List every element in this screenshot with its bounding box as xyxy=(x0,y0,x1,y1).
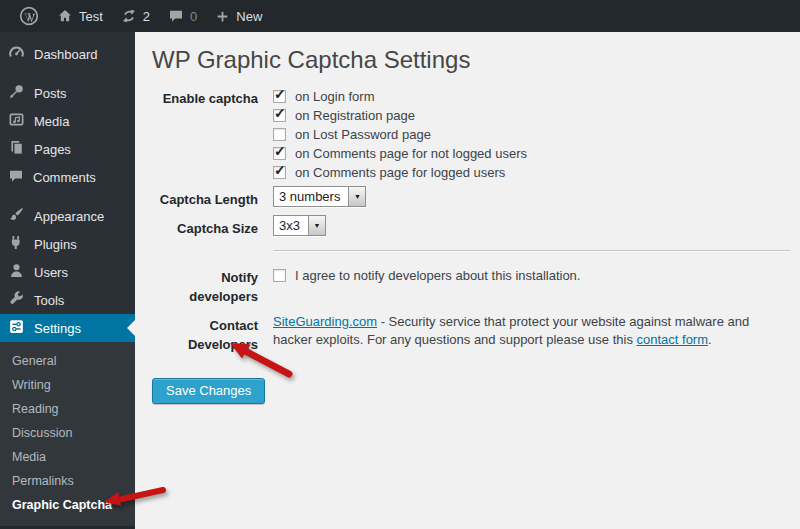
chevron-down-icon: ▼ xyxy=(348,187,365,206)
plus-icon xyxy=(215,9,230,24)
sidebar-item-dashboard[interactable]: Dashboard xyxy=(0,40,135,68)
notify-developers-row: Notify developers I agree to notify deve… xyxy=(152,266,790,306)
menu-separator xyxy=(0,191,135,202)
enable-captcha-row: Enable captcha on Login form on Registra… xyxy=(152,87,790,182)
media-icon xyxy=(8,111,25,131)
chevron-down-icon: ▼ xyxy=(308,216,325,235)
comment-bubble-icon xyxy=(8,168,24,187)
captcha-length-select[interactable]: 3 numbers ▼ xyxy=(273,186,366,207)
submenu-item-media[interactable]: Media xyxy=(0,445,135,469)
notify-developers-label: Notify developers xyxy=(152,266,258,306)
captcha-length-label: Captcha Length xyxy=(152,186,258,209)
pushpin-icon xyxy=(8,83,25,103)
wordpress-logo-icon xyxy=(19,6,39,26)
sidebar-item-pages[interactable]: Pages xyxy=(0,135,135,163)
checkbox-lost-password-page[interactable]: on Lost Password page xyxy=(273,125,790,144)
contact-developers-label: Contact Developers xyxy=(152,313,258,354)
admin-bar: Test 2 0 New xyxy=(0,0,800,32)
checkbox-comments-not-logged[interactable]: on Comments page for not logged users xyxy=(273,144,790,163)
pages-icon xyxy=(8,139,25,159)
submenu-item-permalinks[interactable]: Permalinks xyxy=(0,469,135,493)
submenu-item-reading[interactable]: Reading xyxy=(0,397,135,421)
wordpress-admin: Test 2 0 New Dashboard Posts xyxy=(0,0,800,529)
main-menu: Dashboard Posts Media Pages Comments xyxy=(0,32,135,342)
enable-captcha-label: Enable captcha xyxy=(152,87,258,108)
wp-logo-menu[interactable] xyxy=(10,0,48,32)
sidebar-item-users[interactable]: Users xyxy=(0,258,135,286)
plug-icon xyxy=(8,234,25,254)
wrench-icon xyxy=(8,290,25,310)
captcha-size-select[interactable]: 3x3 ▼ xyxy=(273,215,326,236)
checkbox-box[interactable] xyxy=(273,269,286,282)
comments-menu[interactable]: 0 xyxy=(159,0,206,32)
settings-content: WP Graphic Captcha Settings Enable captc… xyxy=(135,32,800,529)
checkbox-box[interactable] xyxy=(273,147,286,160)
settings-submenu: General Writing Reading Discussion Media… xyxy=(0,342,135,526)
captcha-settings-form: Enable captcha on Login form on Registra… xyxy=(152,87,790,354)
siteguarding-link[interactable]: SiteGuarding.com xyxy=(273,314,377,329)
submenu-item-graphic-captcha[interactable]: Graphic Captcha xyxy=(0,493,135,517)
contact-form-link[interactable]: contact form xyxy=(637,332,709,347)
sidebar-item-appearance[interactable]: Appearance xyxy=(0,202,135,230)
contact-developers-text: SiteGuarding.com - Security service that… xyxy=(273,313,790,349)
comment-bubble-icon xyxy=(168,8,184,24)
checkbox-box[interactable] xyxy=(273,128,286,141)
comment-count: 0 xyxy=(190,9,197,24)
checkbox-box[interactable] xyxy=(273,109,286,122)
settings-sliders-icon xyxy=(8,318,25,338)
submenu-item-general[interactable]: General xyxy=(0,349,135,373)
checkbox-notify-developers[interactable]: I agree to notify developers about this … xyxy=(273,266,790,285)
home-icon xyxy=(57,8,73,24)
captcha-size-label: Captcha Size xyxy=(152,215,258,238)
page-title: WP Graphic Captcha Settings xyxy=(152,44,790,75)
captcha-size-row: Captcha Size 3x3 ▼ xyxy=(152,215,790,238)
submenu-item-discussion[interactable]: Discussion xyxy=(0,421,135,445)
checkbox-comments-logged[interactable]: on Comments page for logged users xyxy=(273,163,790,182)
new-content-menu[interactable]: New xyxy=(206,0,271,32)
updates-menu[interactable]: 2 xyxy=(112,0,159,32)
active-menu-notch xyxy=(127,320,135,336)
sidebar-item-plugins[interactable]: Plugins xyxy=(0,230,135,258)
new-label: New xyxy=(236,9,262,24)
checkbox-registration-page[interactable]: on Registration page xyxy=(273,106,790,125)
brush-icon xyxy=(8,206,25,226)
update-count: 2 xyxy=(143,9,150,24)
sidebar-item-media[interactable]: Media xyxy=(0,107,135,135)
site-name-menu[interactable]: Test xyxy=(48,0,112,32)
dashboard-icon xyxy=(8,44,25,64)
update-icon xyxy=(121,8,137,24)
site-name: Test xyxy=(79,9,103,24)
captcha-length-row: Captcha Length 3 numbers ▼ xyxy=(152,186,790,209)
sidebar-item-posts[interactable]: Posts xyxy=(0,79,135,107)
section-divider xyxy=(273,250,790,252)
sidebar-item-settings[interactable]: Settings xyxy=(0,314,135,342)
submenu-item-writing[interactable]: Writing xyxy=(0,373,135,397)
save-changes-button[interactable]: Save Changes xyxy=(152,378,265,404)
checkbox-box[interactable] xyxy=(273,166,286,179)
sidebar-item-tools[interactable]: Tools xyxy=(0,286,135,314)
contact-developers-row: Contact Developers SiteGuarding.com - Se… xyxy=(152,313,790,354)
menu-separator xyxy=(0,68,135,79)
checkbox-login-form[interactable]: on Login form xyxy=(273,87,790,106)
sidebar-item-comments[interactable]: Comments xyxy=(0,163,135,191)
user-icon xyxy=(8,262,25,282)
admin-sidebar: Dashboard Posts Media Pages Comments xyxy=(0,32,135,529)
checkbox-box[interactable] xyxy=(273,90,286,103)
